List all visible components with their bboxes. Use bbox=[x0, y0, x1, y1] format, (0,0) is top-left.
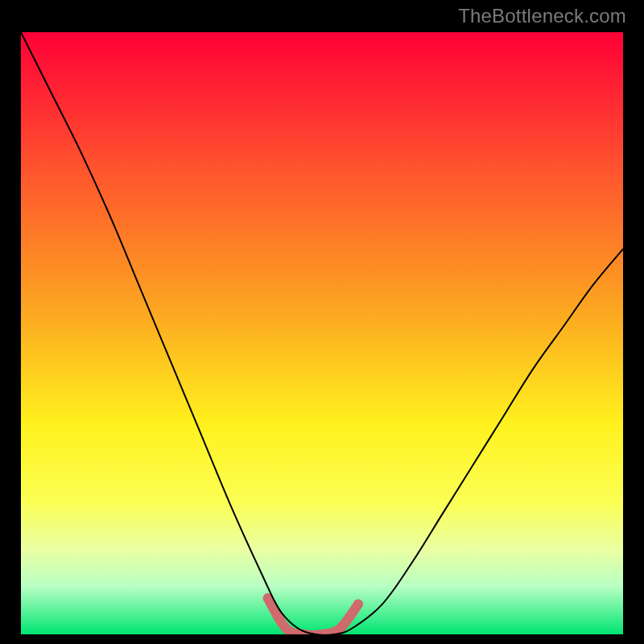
bottleneck-chart bbox=[21, 32, 623, 634]
highlight-end-dot bbox=[353, 600, 363, 609]
chart-area bbox=[21, 32, 623, 634]
watermark-text: TheBottleneck.com bbox=[458, 5, 626, 27]
svg-rect-0 bbox=[21, 32, 623, 634]
